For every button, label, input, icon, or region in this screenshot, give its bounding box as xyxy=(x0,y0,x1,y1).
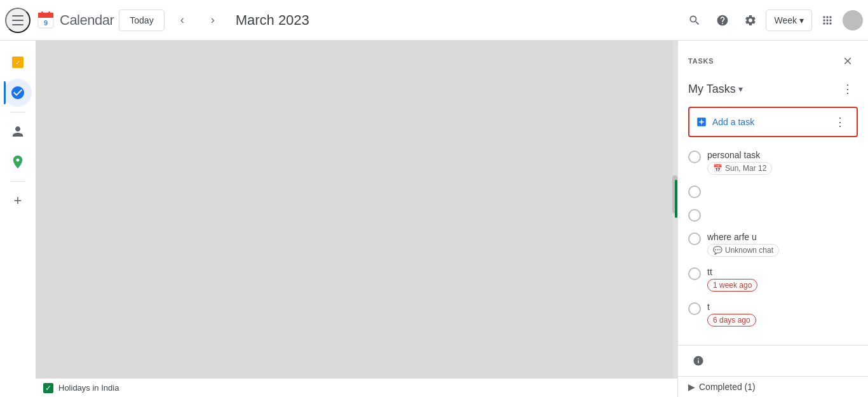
task-badge-text: Sun, Mar 12 xyxy=(725,164,766,173)
view-selector-label: Week xyxy=(774,15,797,25)
scroll-indicator xyxy=(675,180,677,218)
svg-rect-5 xyxy=(41,11,43,15)
svg-text:✓: ✓ xyxy=(15,59,20,66)
calendar-grid xyxy=(36,41,677,397)
header-right: Week ▾ xyxy=(682,8,863,33)
close-icon xyxy=(842,55,853,67)
tasks-title-row: TASKS xyxy=(688,57,714,65)
task-name xyxy=(707,185,858,195)
sidebar-item-maps[interactable] xyxy=(4,148,32,176)
tasks-header: TASKS xyxy=(678,41,868,76)
view-selector-button[interactable]: Week ▾ xyxy=(766,10,812,31)
settings-button[interactable] xyxy=(738,8,763,33)
task-item: t 6 days ago xyxy=(688,297,858,332)
logo-text: Calendar xyxy=(60,12,114,29)
today-button[interactable]: Today xyxy=(119,10,164,31)
calendar-icon: 📅 xyxy=(713,164,722,173)
add-task-more-button[interactable]: ⋮ xyxy=(830,112,850,132)
side-icons-panel: ✓ + xyxy=(0,41,36,397)
task-content xyxy=(707,208,858,220)
people-icon xyxy=(10,124,25,139)
check-circle-icon xyxy=(10,85,25,100)
task-name: t xyxy=(707,302,858,312)
apps-button[interactable] xyxy=(815,8,840,33)
logo-icon: 9 xyxy=(36,10,56,30)
task-content: where arfe u 💬 Unknown chat xyxy=(707,232,858,257)
header-left: 9 Calendar Today ‹ › March 2023 xyxy=(5,8,315,33)
gear-icon xyxy=(744,14,757,27)
task-badge-text: 1 week ago xyxy=(713,281,752,290)
task-list: personal task 📅 Sun, Mar 12 xyxy=(678,145,868,345)
completed-chevron-icon: ▶ xyxy=(688,382,695,392)
checkmark-icon: ✓ xyxy=(45,384,51,393)
help-icon xyxy=(716,14,729,27)
search-icon xyxy=(688,14,701,27)
calendar-bottom-bar: ✓ Holidays in India xyxy=(36,378,677,397)
sidebar-item-tasks-active[interactable] xyxy=(4,79,32,107)
task-item: where arfe u 💬 Unknown chat xyxy=(688,227,858,262)
tasks-panel: TASKS My Tasks ▾ ⋮ Add a task ⋮ xyxy=(677,41,868,397)
search-button[interactable] xyxy=(682,8,707,33)
task-complete-button[interactable] xyxy=(688,302,701,315)
task-badge-text: 6 days ago xyxy=(713,316,750,325)
task-chat-badge[interactable]: 💬 Unknown chat xyxy=(707,244,779,257)
task-complete-button[interactable] xyxy=(688,232,701,245)
info-icon xyxy=(693,355,704,367)
apps-icon xyxy=(821,14,834,27)
chat-icon: 💬 xyxy=(713,246,722,255)
task-complete-button[interactable] xyxy=(688,267,701,280)
svg-rect-6 xyxy=(48,11,50,15)
add-task-button[interactable]: Add a task ⋮ xyxy=(688,107,858,137)
task-item xyxy=(688,203,858,227)
my-tasks-dropdown[interactable]: My Tasks ▾ xyxy=(688,83,743,96)
menu-button[interactable] xyxy=(5,8,31,33)
task-overdue-badge[interactable]: 1 week ago xyxy=(707,279,757,292)
task-overdue-badge[interactable]: 6 days ago xyxy=(707,314,756,326)
task-content: t 6 days ago xyxy=(707,302,858,326)
add-calendar-button[interactable]: + xyxy=(4,187,32,215)
task-content: personal task 📅 Sun, Mar 12 xyxy=(707,150,858,175)
task-complete-button[interactable] xyxy=(688,185,701,198)
main-body: ✓ + xyxy=(0,41,868,397)
task-item xyxy=(688,180,858,203)
sidebar-item-people[interactable] xyxy=(4,118,32,145)
active-indicator xyxy=(4,81,6,104)
task-name: personal task xyxy=(707,150,858,160)
task-name: where arfe u xyxy=(707,232,858,242)
task-complete-button[interactable] xyxy=(688,151,701,163)
task-name: tt xyxy=(707,267,858,277)
task-due-badge[interactable]: 📅 Sun, Mar 12 xyxy=(707,162,772,175)
my-tasks-chevron-icon: ▾ xyxy=(738,84,743,94)
maps-pin-icon xyxy=(10,154,25,170)
tasks-close-button[interactable] xyxy=(837,51,858,71)
add-task-icon xyxy=(696,116,707,128)
task-content: tt 1 week ago xyxy=(707,267,858,292)
sidebar-divider xyxy=(10,112,25,112)
holidays-label: Holidays in India xyxy=(58,383,119,393)
task-name xyxy=(707,208,858,219)
task-item: personal task 📅 Sun, Mar 12 xyxy=(688,145,858,180)
logo: 9 Calendar xyxy=(36,10,114,30)
tasks-footer xyxy=(678,345,868,376)
info-button[interactable] xyxy=(688,351,709,371)
completed-label: Completed (1) xyxy=(699,382,756,392)
my-tasks-label: My Tasks xyxy=(688,83,736,96)
user-avatar[interactable] xyxy=(843,10,863,30)
prev-nav-button[interactable]: ‹ xyxy=(170,8,195,33)
sidebar-divider-2 xyxy=(10,181,25,182)
tasks-section-label: TASKS xyxy=(688,57,714,65)
sidebar-item-tasks[interactable]: ✓ xyxy=(4,48,32,76)
next-nav-button[interactable]: › xyxy=(200,8,226,33)
holidays-checkbox[interactable]: ✓ xyxy=(43,383,53,393)
calendar-area: ✓ Holidays in India xyxy=(36,41,677,397)
tasks-kebab-button[interactable]: ⋮ xyxy=(837,79,858,99)
completed-section[interactable]: ▶ Completed (1) xyxy=(678,376,868,397)
month-title: March 2023 xyxy=(236,12,309,29)
task-badge-text: Unknown chat xyxy=(725,246,773,255)
help-button[interactable] xyxy=(710,8,735,33)
add-task-label: Add a task xyxy=(712,117,825,127)
svg-text:9: 9 xyxy=(44,19,48,27)
my-tasks-row: My Tasks ▾ ⋮ xyxy=(678,76,868,104)
task-complete-button[interactable] xyxy=(688,209,701,222)
svg-rect-3 xyxy=(38,15,53,18)
